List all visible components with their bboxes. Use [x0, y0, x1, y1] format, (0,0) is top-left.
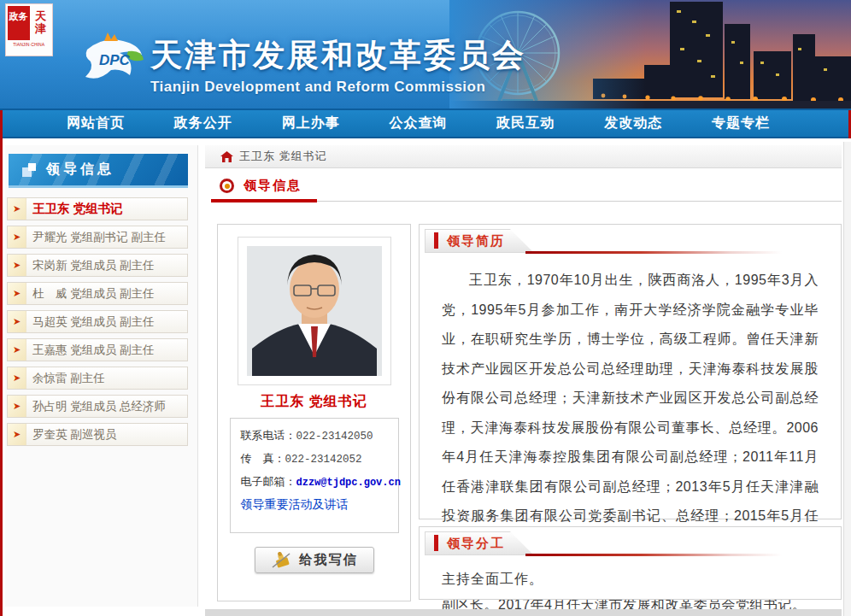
tab-leader-info[interactable]: 领导信息	[244, 178, 302, 194]
contact-info-box: 联系电话：022-23142050 传 真：022-23142052 电子邮箱：…	[230, 418, 399, 533]
email-address[interactable]: dzzw@tjdpc.gov.cn	[296, 477, 401, 489]
leader-menu: ➤ 王卫东 党组书记 ➤ 尹耀光 党组副书记 副主任 ➤ 宋岗新 党组成员 副主…	[7, 197, 188, 451]
red-fade-line	[525, 251, 782, 254]
sidebar-header: 领导信息	[9, 154, 188, 188]
phone-number: 022-23142050	[296, 431, 373, 443]
corner-blocks-icon	[22, 163, 36, 177]
arrow-icon: ➤	[8, 367, 26, 389]
sidebar-item-songgangxin[interactable]: ➤ 宋岗新 党组成员 副主任	[7, 254, 188, 277]
site-brand: 天津市发展和改革委员会 Tianjin Development and Refo…	[150, 34, 526, 96]
sidebar-item-luokuiying[interactable]: ➤ 罗奎英 副巡视员	[7, 423, 188, 446]
sidebar-item-wangweidong[interactable]: ➤ 王卫东 党组书记	[7, 197, 188, 220]
scrollbar-track[interactable]	[843, 142, 851, 616]
sidebar-item-wangjiahui[interactable]: ➤ 王嘉惠 党组成员 副主任	[7, 338, 188, 361]
arrow-icon: ➤	[8, 311, 26, 332]
main-navigation: 网站首页 政务公开 网上办事 公众查询 政民互动 发改动态 专题专栏	[0, 109, 851, 138]
duty-section-header: 领导分工	[425, 531, 836, 559]
site-subtitle: Tianjin Development and Reform Commissio…	[150, 79, 526, 96]
left-red-edge	[0, 110, 3, 616]
fax-number: 022-23142052	[285, 454, 362, 466]
sidebar-item-yinyaoguang[interactable]: ➤ 尹耀光 党组副书记 副主任	[7, 226, 188, 249]
leader-profile-card: 王卫东 党组书记 联系电话：022-23142050 传 真：022-23142…	[217, 224, 411, 601]
red-bar-icon	[434, 535, 438, 551]
red-fade-line	[525, 554, 782, 556]
seal-side-characters: 天津	[31, 6, 51, 40]
seal-stamp-icon	[271, 550, 293, 571]
phone-line: 联系电话：022-23142050	[241, 428, 388, 443]
duty-section-title: 领导分工	[447, 536, 505, 552]
site-header: 政务 天津 TIANJIN·CHINA DPC 天津市发展和改革委员会 Tian…	[0, 0, 851, 109]
bullseye-icon	[220, 179, 234, 193]
home-icon[interactable]	[220, 151, 233, 162]
leader-photo-frame	[238, 237, 391, 385]
email-line: 电子邮箱：dzzw@tjdpc.gov.cn	[241, 474, 388, 490]
sidebar-title: 领导信息	[46, 161, 114, 179]
page: 政务 天津 TIANJIN·CHINA DPC 天津市发展和改革委员会 Tian…	[0, 0, 851, 616]
nav-item-home[interactable]: 网站首页	[67, 114, 125, 132]
svg-text:DPC: DPC	[99, 52, 131, 68]
breadcrumb-current: 王卫东 党组书记	[239, 149, 327, 164]
dpc-commission-logo: DPC	[79, 31, 149, 87]
nav-item-public-inquiry[interactable]: 公众查询	[389, 114, 447, 132]
sidebar-item-yujinglei[interactable]: ➤ 余惊雷 副主任	[7, 367, 188, 390]
arrow-icon: ➤	[8, 255, 26, 276]
content-tab-row: 领导信息	[211, 176, 842, 203]
tianjin-gov-seal-logo: 政务 天津 TIANJIN·CHINA	[5, 3, 53, 56]
seal-stamp-characters: 政务	[8, 6, 30, 40]
sidebar-item-duwei[interactable]: ➤ 杜 威 党组成员 副主任	[7, 282, 188, 305]
bio-section-title: 领导简历	[447, 233, 505, 249]
nav-item-special-columns[interactable]: 专题专栏	[712, 114, 770, 132]
arrow-icon: ➤	[8, 424, 26, 445]
leader-portrait	[247, 246, 382, 376]
nav-item-interaction[interactable]: 政民互动	[496, 114, 555, 132]
tab-active-underline	[211, 199, 317, 202]
leader-duty: 主持全面工作。	[420, 559, 841, 589]
leader-bio-section: 领导简历 王卫东，1970年10月出生，陕西商洛人，1995年3月入党，1995…	[419, 224, 842, 519]
sidebar: 领导信息 ➤ 王卫东 党组书记 ➤ 尹耀光 党组副书记 副主任 ➤ 宋岗新 党组…	[5, 145, 198, 607]
fax-line: 传 真：022-23142052	[241, 451, 388, 466]
arrow-icon: ➤	[8, 283, 26, 304]
leader-name-title: 王卫东 党组书记	[218, 393, 410, 411]
write-to-me-button[interactable]: 给我写信	[255, 547, 374, 573]
bio-section-header: 领导简历	[425, 229, 836, 256]
breadcrumb: 王卫东 党组书记	[205, 145, 842, 168]
leader-activities-link[interactable]: 领导重要活动及讲话	[241, 497, 388, 513]
arrow-icon: ➤	[8, 396, 26, 417]
red-bar-icon	[434, 232, 438, 249]
leader-duty-section: 领导分工 主持全面工作。	[419, 526, 842, 600]
nav-item-gov-disclosure[interactable]: 政务公开	[174, 114, 232, 132]
seal-caption: TIANJIN·CHINA	[14, 42, 45, 46]
nav-item-ndrc-news[interactable]: 发改动态	[604, 114, 662, 132]
sidebar-item-machaoying[interactable]: ➤ 马超英 党组成员 副主任	[7, 310, 188, 333]
site-title: 天津市发展和改革委员会	[150, 34, 526, 77]
arrow-icon: ➤	[8, 339, 26, 361]
arrow-icon: ➤	[8, 198, 26, 220]
footer-divider	[205, 609, 842, 616]
nav-item-online-services[interactable]: 网上办事	[282, 114, 340, 132]
sidebar-item-sunzhanming[interactable]: ➤ 孙占明 党组成员 总经济师	[7, 395, 188, 418]
arrow-icon: ➤	[8, 226, 26, 248]
